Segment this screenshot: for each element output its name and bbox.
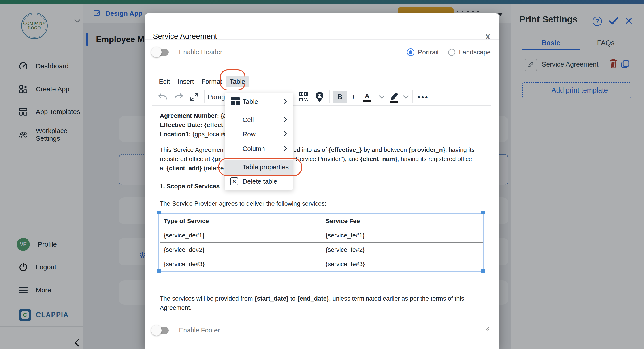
qr-code-icon[interactable] <box>299 88 309 106</box>
more-tools-button[interactable]: ••• <box>418 88 429 106</box>
table-cell[interactable]: {service_fe#1} <box>322 228 484 243</box>
table-row: {service_de#3}{service_fe#3} <box>160 257 484 271</box>
doc-line: Location1: {gps_locati# <box>160 130 226 139</box>
table-header-cell[interactable]: Service Fee <box>322 214 484 228</box>
highlight-color-button[interactable] <box>388 88 400 106</box>
redo-icon[interactable] <box>174 88 183 106</box>
modal-divider <box>145 39 499 40</box>
table-cell[interactable]: {service_de#3} <box>160 257 322 271</box>
table-icon <box>230 97 240 107</box>
doc-paragraph[interactable]: This Service Agreemened into as of {effe… <box>160 145 484 173</box>
table-row: {service_de#1}{service_fe#1} <box>160 228 484 243</box>
orientation-radio-group: Portrait Landscape <box>407 48 491 56</box>
table-selection-edge <box>158 271 485 272</box>
table-selection-edge <box>483 214 484 271</box>
text-color-button[interactable]: A <box>365 92 370 102</box>
portrait-label[interactable]: Portrait <box>418 49 439 56</box>
table-cell[interactable]: {service_fe#3} <box>322 257 484 271</box>
doc-provided-lines[interactable]: The services will be provided from {star… <box>160 294 464 312</box>
editor-menubar: Edit Insert Format Table <box>152 75 491 88</box>
menu-item-delete-table[interactable]: ✕ Delete table <box>225 174 293 189</box>
fullscreen-icon[interactable] <box>190 88 199 106</box>
toolbar-separator <box>330 91 330 104</box>
submenu-chevron-icon <box>284 145 287 152</box>
menu-insert[interactable]: Insert <box>174 76 198 87</box>
landscape-radio[interactable] <box>448 49 455 56</box>
editor-toolbar: Parag B I A <box>152 88 491 106</box>
menu-item-row[interactable]: Row <box>225 127 293 141</box>
table-cell[interactable]: {service_de#2} <box>160 243 322 257</box>
service-agreement-modal: Service Agreement X Enable Header Portra… <box>145 14 499 349</box>
scope-heading[interactable]: 1. Scope of Services <box>160 182 220 191</box>
submenu-chevron-icon <box>284 131 287 138</box>
doc-field-lines[interactable]: Agreement Number: {a Effective Date: {ef… <box>160 111 226 139</box>
annotation-circle-table-menu <box>220 70 246 91</box>
services-intro[interactable]: The Service Provider agrees to deliver t… <box>160 199 326 208</box>
text-color-caret-icon[interactable] <box>378 88 385 106</box>
menu-item-cell[interactable]: Cell <box>225 113 293 127</box>
enable-header-label: Enable Header <box>179 48 222 56</box>
enable-footer-toggle[interactable] <box>152 327 169 334</box>
enable-footer-label: Enable Footer <box>179 326 220 334</box>
app-root: COMPANY LOGO Dashboard Create App App Te… <box>0 0 644 349</box>
table-selection-edge <box>158 214 159 271</box>
table-resize-handle[interactable] <box>481 269 485 273</box>
bold-button[interactable]: B <box>333 91 347 103</box>
table-selection-edge <box>158 213 485 214</box>
delete-table-icon: ✕ <box>230 177 238 185</box>
toolbar-separator <box>204 91 205 104</box>
italic-button[interactable]: I <box>352 88 354 106</box>
submenu-chevron-icon <box>284 98 287 105</box>
toolbar-separator <box>412 91 413 104</box>
highlight-caret-icon[interactable] <box>403 88 409 106</box>
modal-footer-divider <box>145 348 499 348</box>
menu-item-table[interactable]: Table <box>225 95 293 109</box>
rich-text-editor: Edit Insert Format Table Parag <box>152 75 492 334</box>
paragraph-select[interactable]: Parag <box>208 88 225 106</box>
menu-item-column[interactable]: Column <box>225 142 293 156</box>
doc-line: Effective Date: {effect <box>160 120 226 130</box>
submenu-chevron-icon <box>284 117 287 123</box>
annotation-circle-table-properties <box>218 158 302 176</box>
portrait-radio[interactable] <box>407 48 414 56</box>
editor-resize-grip[interactable] <box>485 326 490 332</box>
table-cell[interactable]: {service_de#1} <box>160 228 322 243</box>
service-table[interactable]: Type of ServiceService Fee{service_de#1}… <box>160 214 484 271</box>
table-cell[interactable]: {service_fe#2} <box>322 243 484 257</box>
undo-icon[interactable] <box>158 88 168 106</box>
enable-header-toggle[interactable] <box>152 49 169 56</box>
table-row: {service_de#2}{service_fe#2} <box>160 243 484 257</box>
doc-line: Agreement Number: {a <box>160 111 226 120</box>
gps-location-icon[interactable] <box>315 88 324 106</box>
table-resize-handle[interactable] <box>481 211 485 214</box>
table-resize-handle[interactable] <box>157 211 161 214</box>
table-header-cell[interactable]: Type of Service <box>160 214 322 228</box>
landscape-label[interactable]: Landscape <box>459 49 491 56</box>
table-resize-handle[interactable] <box>157 269 161 273</box>
menu-edit[interactable]: Edit <box>155 76 174 87</box>
